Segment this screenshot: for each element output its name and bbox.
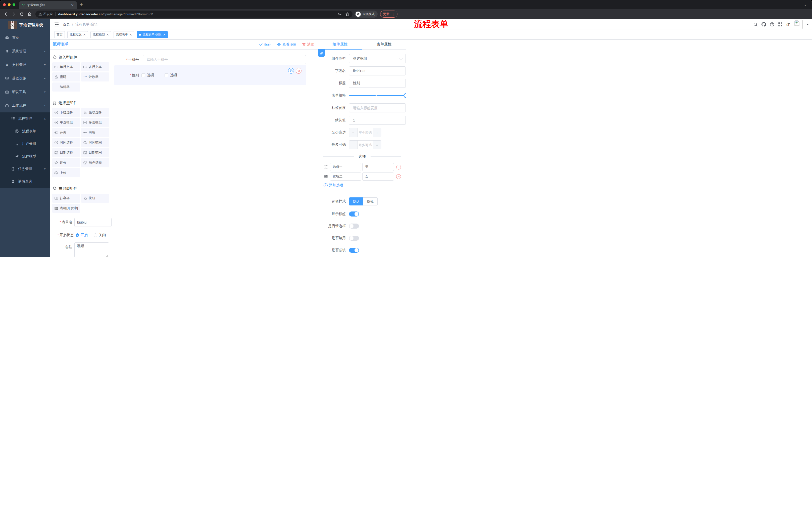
forward-icon[interactable] — [11, 12, 16, 16]
reload-icon[interactable] — [20, 12, 24, 16]
slider-track[interactable] — [349, 95, 406, 96]
tab-form-props[interactable]: 表单属性 — [362, 39, 406, 49]
save-button[interactable]: 保存 — [259, 42, 271, 47]
phone-input[interactable] — [143, 55, 306, 64]
component-item-upload[interactable]: 上传 — [52, 168, 80, 177]
minimize-window-button[interactable] — [8, 3, 10, 6]
remove-option-button[interactable]: − — [396, 174, 401, 179]
stepper-decrease-button[interactable]: − — [349, 141, 357, 149]
tag-process-form[interactable]: 流程表单✕ — [114, 31, 134, 38]
slider-handle[interactable] — [404, 93, 406, 98]
stepper-decrease-button[interactable]: − — [349, 128, 357, 137]
component-item-editor[interactable]: 编辑器 — [52, 82, 80, 91]
component-item-color-picker[interactable]: 颜色选择 — [81, 158, 109, 167]
checkbox-option2[interactable] — [165, 74, 168, 77]
sidebar-item-leave-query[interactable]: 请假查询 — [0, 175, 50, 188]
sidebar-item-workflow[interactable]: 工作流程 ▲ — [0, 99, 50, 112]
sidebar-item-user-groups[interactable]: 用户分组 — [0, 138, 50, 150]
delete-component-button[interactable] — [296, 68, 301, 74]
new-tab-button[interactable]: + — [80, 2, 83, 7]
clear-button[interactable]: 清空 — [302, 42, 314, 47]
component-item-counter[interactable]: 123 计数器 — [81, 73, 109, 81]
tag-process-definition[interactable]: 流程定义✕ — [67, 31, 88, 38]
component-item-password[interactable]: 密码 — [52, 73, 80, 81]
component-item-textarea[interactable]: 多行文本 — [81, 62, 109, 72]
component-item-time-picker[interactable]: 时间选择 — [52, 138, 80, 147]
component-item-select[interactable]: 下拉选择 — [52, 108, 80, 117]
app-logo[interactable]: 芋道管理系统 — [0, 19, 50, 31]
radio-unselected-icon[interactable] — [94, 233, 97, 237]
disabled-toggle[interactable] — [349, 236, 359, 241]
tag-close-icon[interactable]: ✕ — [106, 33, 109, 36]
duplicate-component-button[interactable] — [288, 68, 294, 74]
component-type-select[interactable]: 多选框组 — [349, 54, 406, 63]
sidebar-collapse-icon[interactable] — [50, 22, 63, 27]
browser-menu-dots-icon[interactable]: ⋮ — [392, 12, 395, 16]
component-item-cascader[interactable]: 级联选择 — [81, 108, 109, 117]
border-toggle[interactable] — [349, 223, 359, 228]
sidebar-item-process-form[interactable]: 流程表单 — [0, 125, 50, 138]
component-item-time-range[interactable]: 时间范围 — [81, 138, 109, 147]
sidebar-item-devtools[interactable]: 研发工具 ▼ — [0, 85, 50, 99]
password-key-icon[interactable] — [338, 12, 342, 16]
tag-close-icon[interactable]: ✕ — [129, 33, 132, 36]
canvas-gender-field-selected[interactable]: *性别 选项一 选项二 — [114, 65, 306, 85]
zoom-window-button[interactable] — [12, 3, 15, 6]
min-select-input[interactable] — [357, 128, 373, 137]
canvas-phone-field[interactable]: *手机号 — [114, 55, 306, 64]
status-on-radio[interactable]: 开启 — [76, 233, 88, 237]
back-icon[interactable] — [3, 12, 8, 16]
tag-close-icon[interactable]: ✕ — [83, 33, 86, 36]
window-controls[interactable] — [3, 3, 15, 6]
sidebar-item-process-model[interactable]: 流程模型 — [0, 150, 50, 163]
component-item-date-range[interactable]: 日期范围 — [81, 148, 109, 157]
bookmark-star-icon[interactable] — [345, 12, 349, 16]
option1-value-input[interactable] — [362, 163, 394, 171]
update-browser-button[interactable]: 更新 ⋮ — [380, 10, 398, 18]
sidebar-item-infrastructure[interactable]: 基础设施 ▼ — [0, 72, 50, 85]
home-icon[interactable] — [27, 12, 32, 16]
form-name-input[interactable] — [75, 218, 112, 227]
close-window-button[interactable] — [3, 3, 6, 6]
drag-handle-icon[interactable] — [324, 165, 328, 169]
required-toggle[interactable] — [349, 248, 359, 253]
max-select-input[interactable] — [357, 141, 373, 149]
component-item-radio-group[interactable]: 单选框组 — [52, 118, 80, 127]
component-item-button[interactable]: 按钮 — [81, 194, 109, 203]
option2-value-input[interactable] — [362, 172, 394, 181]
radio-selected-icon[interactable] — [76, 233, 79, 237]
add-option-button[interactable]: + 添加选项 — [324, 183, 401, 188]
address-bar[interactable]: 不安全 dashboard.yudao.iocoder.cn/bpm/manag… — [35, 10, 352, 18]
remove-option-button[interactable]: − — [396, 165, 401, 169]
tab-close-icon[interactable]: ✕ — [70, 3, 75, 7]
status-off-radio[interactable]: 关闭 — [94, 233, 106, 237]
sidebar-item-home[interactable]: 首页 — [0, 31, 50, 45]
sidebar-item-task-management[interactable]: 任务管理 ▼ — [0, 163, 50, 175]
component-item-table[interactable]: 表格[开发中] — [52, 204, 80, 213]
component-item-row-container[interactable]: 行容器 — [52, 194, 80, 203]
view-json-button[interactable]: 查看json — [277, 42, 296, 47]
sidebar-item-process-management[interactable]: 流程管理 ▲ — [0, 112, 50, 125]
tab-component-props[interactable]: 组件属性 — [318, 39, 362, 49]
sidebar-item-system[interactable]: 系统管理 ▼ — [0, 45, 50, 58]
component-item-slider[interactable]: 滑块 — [81, 128, 109, 137]
option2-label-input[interactable] — [330, 172, 361, 181]
stepper-increase-button[interactable]: + — [373, 141, 381, 149]
tag-close-icon[interactable]: ✕ — [163, 33, 166, 36]
field-name-input[interactable] — [349, 66, 406, 76]
link-binding-button[interactable] — [318, 50, 325, 57]
show-label-toggle[interactable] — [349, 212, 359, 217]
component-item-date-picker[interactable]: 日期选择 — [52, 148, 80, 157]
tag-process-form-edit[interactable]: 流程表单-编辑✕ — [137, 31, 168, 38]
title-input[interactable] — [349, 79, 406, 88]
browser-tab[interactable]: 芋道管理系统 ✕ — [19, 1, 77, 9]
sidebar-item-payment[interactable]: ¥ 支付管理 ▼ — [0, 58, 50, 72]
default-value-input[interactable] — [349, 116, 406, 125]
style-button-button[interactable]: 按钮 — [363, 197, 378, 206]
checkbox-option1[interactable] — [141, 74, 145, 77]
tag-home[interactable]: 首页 — [54, 31, 65, 38]
stepper-increase-button[interactable]: + — [373, 128, 381, 137]
component-item-switch[interactable]: 开关 — [52, 128, 80, 137]
drag-handle-icon[interactable] — [324, 174, 328, 179]
breadcrumb-home[interactable]: 首页 — [63, 22, 70, 27]
